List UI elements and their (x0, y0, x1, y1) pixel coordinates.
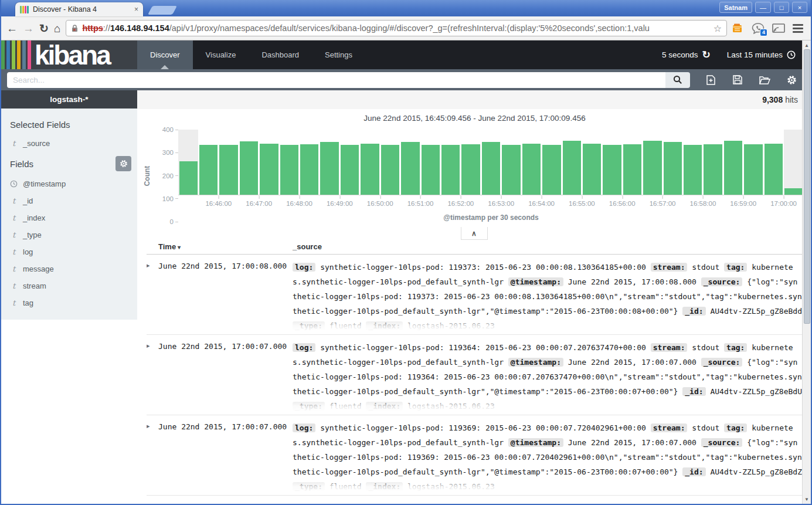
histogram-bucket[interactable] (279, 130, 299, 195)
field-item-id[interactable]: t_id (1, 192, 137, 209)
histogram-bar[interactable] (260, 144, 278, 195)
histogram-bucket[interactable] (198, 130, 218, 195)
histogram-bucket[interactable] (219, 130, 239, 195)
histogram-bar[interactable] (522, 144, 541, 195)
histogram-bar[interactable] (422, 145, 440, 195)
histogram-bar[interactable] (401, 142, 419, 195)
nav-item-visualize[interactable]: Visualize (193, 40, 249, 69)
histogram-bar[interactable] (603, 145, 621, 195)
histogram-bar[interactable] (704, 144, 722, 195)
histogram-bucket[interactable] (703, 130, 723, 195)
time-column-header[interactable]: Time▾ (158, 242, 293, 251)
page-scrollbar[interactable]: ▲ ▼ (802, 40, 811, 504)
histogram-bar[interactable] (482, 142, 500, 195)
new-search-button[interactable] (697, 72, 724, 88)
chart-plot-area[interactable] (178, 130, 804, 195)
histogram-bucket[interactable] (562, 130, 582, 195)
histogram-bucket[interactable] (643, 130, 662, 195)
histogram-bucket[interactable] (239, 130, 259, 195)
back-icon[interactable]: ← (6, 23, 18, 34)
histogram-bucket[interactable] (723, 130, 743, 195)
histogram-bucket[interactable] (743, 130, 763, 195)
nav-item-dashboard[interactable]: Dashboard (249, 40, 312, 69)
histogram-bar[interactable] (461, 144, 480, 195)
histogram-bucket[interactable] (178, 130, 198, 195)
field-item-message[interactable]: tmessage (1, 260, 137, 277)
histogram-bucket[interactable] (622, 130, 642, 195)
tab-close-icon[interactable]: × (134, 5, 138, 13)
histogram-bar[interactable] (542, 145, 560, 195)
menu-icon[interactable] (793, 24, 803, 33)
maximize-button[interactable]: □ (774, 2, 789, 13)
extension-icon[interactable] (732, 23, 744, 33)
save-search-button[interactable] (724, 72, 751, 88)
histogram-bucket[interactable] (339, 130, 359, 195)
hangouts-icon[interactable]: 4 (752, 23, 765, 34)
histogram-bucket[interactable] (582, 130, 602, 195)
histogram-bar[interactable] (219, 145, 237, 195)
field-item-log[interactable]: tlog (1, 243, 137, 260)
scrollbar-thumb[interactable] (804, 49, 810, 324)
settings-gear-icon[interactable] (778, 72, 805, 88)
histogram-bucket[interactable] (400, 130, 420, 195)
histogram-bucket[interactable] (481, 130, 501, 195)
histogram-bar[interactable] (765, 144, 783, 195)
cast-icon[interactable] (772, 23, 785, 33)
histogram-bar[interactable] (280, 145, 298, 195)
scroll-down-icon[interactable]: ▼ (804, 494, 809, 504)
histogram-bar[interactable] (240, 141, 258, 195)
histogram-bar[interactable] (441, 145, 460, 195)
histogram-bar[interactable] (583, 144, 601, 195)
profile-name-button[interactable]: Satnam (719, 2, 752, 13)
field-item-source[interactable]: t_source (1, 135, 137, 152)
histogram-bucket[interactable] (440, 130, 460, 195)
field-item-tag[interactable]: ttag (1, 294, 137, 311)
histogram-bar[interactable] (664, 142, 682, 195)
histogram-bucket[interactable] (259, 130, 279, 195)
collapse-chart-button[interactable]: ∧ (461, 227, 488, 240)
histogram-bar[interactable] (784, 188, 803, 195)
refresh-interval[interactable]: 5 seconds ↻ (662, 50, 711, 60)
search-input[interactable] (7, 72, 665, 88)
scroll-up-icon[interactable]: ▲ (804, 40, 809, 49)
histogram-bucket[interactable] (501, 130, 521, 195)
histogram-bar[interactable] (563, 141, 581, 195)
index-pattern-selector[interactable]: logstash-* (1, 90, 137, 109)
histogram-bar[interactable] (744, 144, 762, 195)
time-filter[interactable]: Last 15 minutes (727, 50, 796, 59)
histogram-bucket[interactable] (420, 130, 440, 195)
histogram-bucket[interactable] (320, 130, 339, 195)
histogram-bucket[interactable] (380, 130, 400, 195)
home-icon[interactable]: ⌂ (54, 23, 60, 34)
histogram-bar[interactable] (320, 142, 338, 195)
expand-row-icon[interactable]: ▸ (147, 340, 158, 415)
histogram-bucket[interactable] (662, 130, 682, 195)
histogram-bucket[interactable] (763, 130, 783, 195)
close-button[interactable]: × (792, 2, 807, 13)
histogram-bar[interactable] (684, 145, 702, 195)
minimize-button[interactable]: — (755, 2, 771, 13)
reload-icon[interactable]: ↻ (39, 23, 49, 34)
histogram-bar[interactable] (381, 145, 399, 195)
expand-row-icon[interactable]: ▸ (147, 260, 158, 334)
field-item-stream[interactable]: tstream (1, 277, 137, 294)
browser-tab[interactable]: Discover - Kibana 4 × (15, 2, 143, 16)
nav-item-settings[interactable]: Settings (312, 40, 365, 69)
nav-item-discover[interactable]: Discover (137, 40, 193, 69)
field-settings-gear-icon[interactable] (115, 156, 131, 171)
histogram-bar[interactable] (623, 144, 641, 195)
histogram-bucket[interactable] (683, 130, 703, 195)
histogram-bar[interactable] (502, 145, 520, 195)
new-tab-button[interactable] (148, 6, 177, 15)
histogram-bar[interactable] (199, 145, 218, 195)
histogram-bucket[interactable] (300, 130, 320, 195)
histogram-bucket[interactable] (602, 130, 622, 195)
histogram-bucket[interactable] (521, 130, 541, 195)
histogram-bucket[interactable] (542, 130, 562, 195)
histogram-bucket[interactable] (784, 130, 804, 195)
bookmark-star-icon[interactable]: ☆ (714, 23, 722, 34)
histogram-bar[interactable] (341, 145, 359, 195)
histogram-bar[interactable] (724, 141, 742, 195)
histogram-bucket[interactable] (461, 130, 481, 195)
expand-row-icon[interactable]: ▸ (147, 421, 158, 495)
